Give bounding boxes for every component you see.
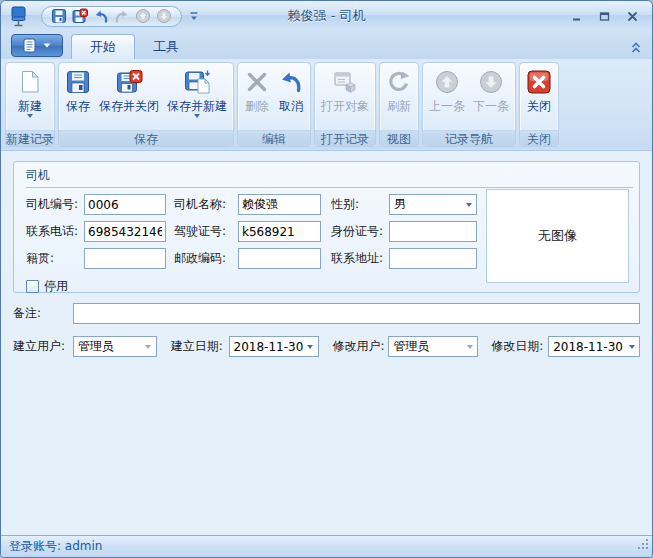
toolbar-options-icon[interactable]: [188, 9, 200, 23]
ribbon-group-label: 保存: [59, 130, 233, 146]
gender-select[interactable]: 男: [389, 194, 477, 215]
close-icon[interactable]: [622, 7, 642, 25]
ribbon-group-close: 关闭 关闭: [519, 62, 559, 147]
hometown-label: 籍贯:: [26, 250, 84, 267]
license-input[interactable]: [238, 221, 321, 242]
tab-tools[interactable]: 工具: [135, 34, 197, 59]
close-red-icon: [526, 67, 552, 97]
login-account-text: 登录账号: admin: [9, 538, 102, 555]
redo-icon[interactable]: [113, 8, 131, 25]
resize-grip-icon[interactable]: [637, 535, 649, 554]
close-form-button[interactable]: 关闭: [522, 65, 556, 113]
driver-photo-placeholder[interactable]: 无图像: [486, 189, 629, 283]
remark-label: 备注:: [13, 305, 73, 322]
modified-by-value: 管理员: [389, 338, 462, 355]
new-button[interactable]: 新建: [13, 65, 47, 118]
chevron-down-icon: [461, 203, 476, 207]
open-object-button[interactable]: 打开对象: [317, 65, 373, 113]
save-button[interactable]: 保存: [61, 65, 95, 113]
quick-access-toolbar: [41, 6, 182, 27]
gender-value: 男: [390, 196, 461, 213]
maximize-icon[interactable]: [594, 7, 614, 25]
hometown-input[interactable]: [84, 248, 166, 269]
ribbon-group-label: 打开记录: [315, 130, 375, 146]
ribbon-group-record-nav: 上一条 下一条 记录导航: [422, 62, 516, 147]
cancel-button[interactable]: 取消: [274, 65, 308, 113]
ribbon: 新建 新建记录 保存 保存并关闭: [1, 59, 652, 151]
driver-groupbox: 司机 司机编号: 司机名称: 性别: 男 联系电话: 驾驶证号: 身份证号:: [13, 161, 640, 293]
modified-by-select[interactable]: 管理员: [388, 336, 478, 357]
save-and-close-button[interactable]: 保存并关闭: [95, 65, 163, 113]
ribbon-group-view: 刷新 视图: [379, 62, 419, 147]
postcode-input[interactable]: [238, 248, 321, 269]
driver-no-label: 司机编号:: [26, 196, 84, 213]
open-object-icon: [332, 67, 358, 97]
window-controls: [566, 7, 646, 25]
double-chevron-up-icon[interactable]: [630, 39, 642, 58]
up-circle-icon[interactable]: [134, 8, 152, 25]
gender-label: 性别:: [331, 196, 389, 213]
chevron-down-icon: [43, 43, 51, 49]
app-window: 赖俊强 - 司机 开始 工具: [0, 0, 653, 558]
chevron-down-icon: [194, 114, 200, 118]
created-by-label: 建立用户:: [13, 338, 73, 355]
created-by-value: 管理员: [74, 338, 141, 355]
driver-name-input[interactable]: [238, 194, 321, 215]
ribbon-group-label: 记录导航: [423, 130, 515, 146]
groupbox-title: 司机: [26, 167, 633, 188]
created-date-value: 2018-11-30: [230, 340, 303, 354]
ribbon-group-label: 新建记录: [6, 130, 54, 146]
tab-start[interactable]: 开始: [71, 34, 135, 59]
created-by-select[interactable]: 管理员: [73, 336, 157, 357]
created-date-select[interactable]: 2018-11-30: [229, 336, 319, 357]
save-and-new-icon: [184, 67, 211, 97]
driver-no-input[interactable]: [84, 194, 166, 215]
chevron-down-icon: [303, 345, 318, 349]
ribbon-group-save: 保存 保存并关闭 保存并新建 保存: [58, 62, 234, 147]
new-record-icon: [17, 67, 43, 97]
save-and-close-icon[interactable]: [71, 8, 89, 25]
remark-input[interactable]: [73, 303, 640, 324]
ribbon-group-open-record: 打开对象 打开记录: [314, 62, 376, 147]
phone-input[interactable]: [84, 221, 166, 242]
driver-name-label: 司机名称:: [174, 196, 238, 213]
address-label: 联系地址:: [331, 250, 389, 267]
chevron-down-icon: [624, 345, 639, 349]
chevron-down-icon: [462, 345, 477, 349]
ribbon-group-label: 关闭: [520, 130, 558, 146]
ribbon-tab-bar: 开始 工具: [1, 31, 652, 59]
modified-date-select[interactable]: 2018-11-30: [548, 336, 640, 357]
id-card-label: 身份证号:: [331, 223, 389, 240]
previous-record-icon: [434, 67, 460, 97]
undo-icon: [278, 67, 304, 97]
ribbon-group-new-record: 新建 新建记录: [5, 62, 55, 147]
down-circle-icon[interactable]: [155, 8, 173, 25]
save-icon: [65, 67, 91, 97]
undo-icon[interactable]: [92, 8, 110, 25]
postcode-label: 邮政编码:: [174, 250, 238, 267]
created-date-label: 建立日期:: [171, 338, 229, 355]
save-icon[interactable]: [50, 8, 68, 25]
chevron-down-icon: [27, 114, 33, 118]
app-menu-button[interactable]: [11, 34, 63, 57]
save-and-close-icon: [116, 67, 143, 97]
save-and-new-button[interactable]: 保存并新建: [163, 65, 231, 118]
disable-checkbox-label: 停用: [44, 278, 68, 295]
minimize-icon[interactable]: [566, 7, 586, 25]
next-record-button[interactable]: 下一条: [469, 65, 513, 113]
ribbon-group-label: 视图: [380, 130, 418, 146]
previous-record-button[interactable]: 上一条: [425, 65, 469, 113]
phone-label: 联系电话:: [26, 223, 84, 240]
disable-checkbox[interactable]: [26, 280, 39, 293]
license-label: 驾驶证号:: [174, 223, 238, 240]
id-card-input[interactable]: [389, 221, 477, 242]
refresh-icon: [386, 67, 412, 97]
address-input[interactable]: [389, 248, 477, 269]
refresh-button[interactable]: 刷新: [382, 65, 416, 113]
chevron-down-icon: [141, 345, 156, 349]
chair-icon[interactable]: [7, 4, 31, 28]
modified-date-value: 2018-11-30: [549, 340, 624, 354]
delete-button[interactable]: 删除: [240, 65, 274, 113]
next-record-icon: [478, 67, 504, 97]
modified-date-label: 修改日期:: [491, 338, 548, 355]
